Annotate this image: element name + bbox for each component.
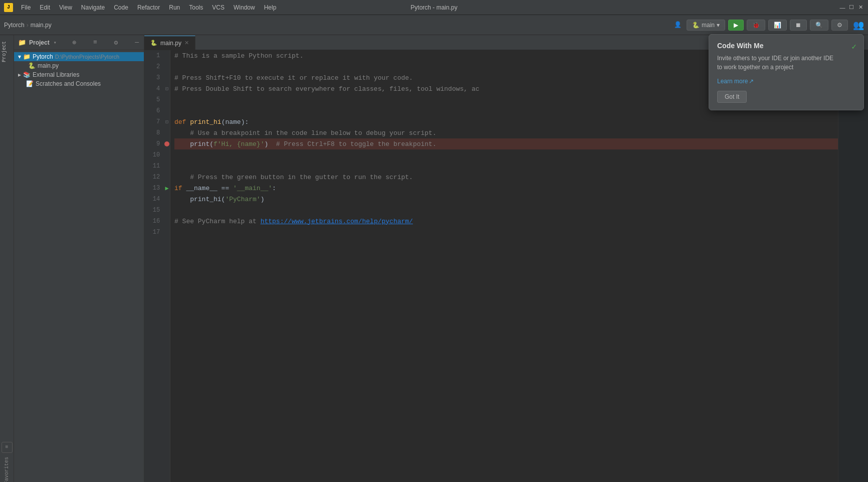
- settings-button[interactable]: ⚙: [831, 20, 848, 31]
- breakpoint-dot: [164, 141, 169, 146]
- code-line-7: def print_hi(name):: [174, 116, 838, 127]
- favorites-tab[interactable]: Favorites: [4, 457, 10, 482]
- gutter-row-14: 14: [144, 194, 170, 205]
- code-token[interactable]: https://www.jetbrains.com/help/pycharm/: [261, 218, 413, 225]
- line-num-10: 10: [144, 151, 164, 158]
- tree-item-pytorch[interactable]: ▾ 📁 Pytorch D:\PythonProjects\Pytorch: [14, 52, 144, 61]
- tree-item-label: main.py: [38, 62, 59, 69]
- debug-button[interactable]: 🐞: [747, 20, 765, 31]
- title-bar: J File Edit View Navigate Code Refactor …: [0, 0, 868, 15]
- code-token: def: [174, 118, 190, 126]
- breadcrumb: Pytorch › main.py: [4, 22, 52, 29]
- tree-item-label: External Libraries: [33, 71, 79, 78]
- fold-marker-7[interactable]: ⊡: [164, 119, 170, 125]
- tree-item-external-libs[interactable]: ▸ 📚 External Libraries: [14, 70, 144, 79]
- minimap: [838, 50, 868, 482]
- learn-more-arrow-icon: ↗: [749, 78, 754, 85]
- code-token: # Use a breakpoint in the code line belo…: [190, 129, 436, 137]
- code-line-10: [174, 149, 838, 160]
- tab-label: main.py: [160, 40, 181, 47]
- code-token: [174, 129, 190, 137]
- line-num-11: 11: [144, 163, 164, 170]
- run-arrow-13[interactable]: ▶: [164, 185, 170, 192]
- run-config-icon: 🐍: [692, 22, 700, 29]
- breadcrumb-item-pytorch[interactable]: Pytorch: [4, 22, 25, 29]
- code-token: __name__ ==: [186, 185, 233, 192]
- project-dropdown-icon[interactable]: ▾: [54, 40, 57, 46]
- python-file-icon: 🐍: [28, 62, 36, 69]
- code-line-11: [174, 160, 838, 172]
- menu-window[interactable]: Window: [230, 3, 259, 12]
- project-header: 📁 Project ▾ ⊕ ≡ ⚙ —: [14, 35, 144, 50]
- code-line-15: [174, 205, 838, 216]
- scratches-icon: 📝: [26, 80, 34, 87]
- popup-body: Invite others to your IDE or join anothe…: [717, 54, 855, 72]
- popup-title: Code With Me: [717, 42, 855, 50]
- project-panel: 📁 Project ▾ ⊕ ≡ ⚙ — ▾ 📁 Pytorch D:\Pytho…: [14, 35, 144, 482]
- popup-got-it-button[interactable]: Got It: [717, 91, 747, 103]
- tree-item-path: D:\PythonProjects\Pytorch: [55, 54, 119, 60]
- code-token: print_hi: [190, 118, 221, 126]
- line-num-15: 15: [144, 207, 164, 214]
- line-num-1: 1: [144, 52, 164, 59]
- line-num-17: 17: [144, 229, 164, 236]
- menu-file[interactable]: File: [17, 3, 35, 12]
- tab-close-button[interactable]: ✕: [184, 40, 189, 46]
- menu-refactor[interactable]: Refactor: [133, 3, 164, 12]
- popup-learn-more-link[interactable]: Learn more ↗: [717, 78, 754, 85]
- folder-icon: 📁: [23, 53, 31, 60]
- run-button[interactable]: ▶: [728, 20, 744, 31]
- editor-tab-mainpy[interactable]: 🐍 main.py ✕: [144, 36, 195, 50]
- avatar-icon[interactable]: 👤: [674, 21, 682, 29]
- menu-edit[interactable]: Edit: [36, 3, 54, 12]
- gutter-row-16: 16: [144, 216, 170, 227]
- learn-more-text: Learn more: [717, 78, 748, 85]
- gutter-row-17: 17: [144, 227, 170, 238]
- gutter-row-9: 9: [144, 138, 170, 149]
- project-minimize-icon[interactable]: —: [134, 38, 140, 47]
- gutter-row-8: 8: [144, 127, 170, 138]
- code-line-8: # Use a breakpoint in the code line belo…: [174, 127, 838, 138]
- maximize-button[interactable]: ☐: [848, 4, 855, 11]
- run-config-button[interactable]: 🐍 main ▾: [687, 20, 725, 31]
- menu-tools[interactable]: Tools: [185, 3, 207, 12]
- structure-icon[interactable]: ≡: [2, 442, 13, 453]
- menu-help[interactable]: Help: [260, 3, 281, 12]
- code-token: f'Hi, {name}': [213, 140, 264, 148]
- search-everywhere-button[interactable]: 🔍: [810, 20, 828, 31]
- line-num-12: 12: [144, 174, 164, 181]
- gutter-row-2: 2: [144, 61, 170, 72]
- code-with-me-icon[interactable]: 👥: [853, 20, 864, 31]
- close-button[interactable]: ✕: [857, 4, 864, 11]
- project-locate-icon[interactable]: ⊕: [71, 38, 77, 48]
- run-config-label: main: [702, 22, 715, 29]
- tree-item-label: Pytorch: [33, 53, 53, 60]
- breakpoint-marker-9[interactable]: [164, 141, 170, 146]
- menu-vcs[interactable]: VCS: [208, 3, 229, 12]
- editor-main: 1 2 3 4 ⊡: [144, 50, 868, 482]
- breadcrumb-item-file[interactable]: main.py: [31, 22, 52, 29]
- tab-python-icon: 🐍: [150, 40, 157, 46]
- window-title: Pytorch - main.py: [410, 4, 457, 11]
- stop-button[interactable]: ⏹: [790, 20, 807, 31]
- project-sort-icon[interactable]: ⚙: [113, 38, 119, 48]
- profile-button[interactable]: 📊: [768, 20, 787, 31]
- sidebar-tab-project[interactable]: Project: [1, 37, 14, 66]
- menu-navigate[interactable]: Navigate: [77, 3, 109, 12]
- breadcrumb-separator: ›: [27, 22, 29, 29]
- menu-code[interactable]: Code: [110, 3, 132, 12]
- gutter-row-4: 4 ⊡: [144, 83, 170, 94]
- code-token: :: [272, 185, 276, 192]
- line-num-16: 16: [144, 218, 164, 225]
- tree-item-mainpy[interactable]: 🐍 main.py: [14, 61, 144, 70]
- tree-item-scratches[interactable]: 📝 Scratches and Consoles: [14, 79, 144, 88]
- project-collapse-icon[interactable]: ≡: [92, 38, 98, 47]
- menu-run[interactable]: Run: [165, 3, 184, 12]
- project-tree: ▾ 📁 Pytorch D:\PythonProjects\Pytorch 🐍 …: [14, 50, 144, 482]
- line-num-5: 5: [144, 96, 164, 103]
- menu-view[interactable]: View: [55, 3, 76, 12]
- code-with-me-popup: ✓ Code With Me Invite others to your IDE…: [709, 34, 864, 110]
- minimize-button[interactable]: —: [839, 4, 846, 11]
- fold-marker-4[interactable]: ⊡: [164, 86, 170, 92]
- gutter-row-3: 3: [144, 72, 170, 83]
